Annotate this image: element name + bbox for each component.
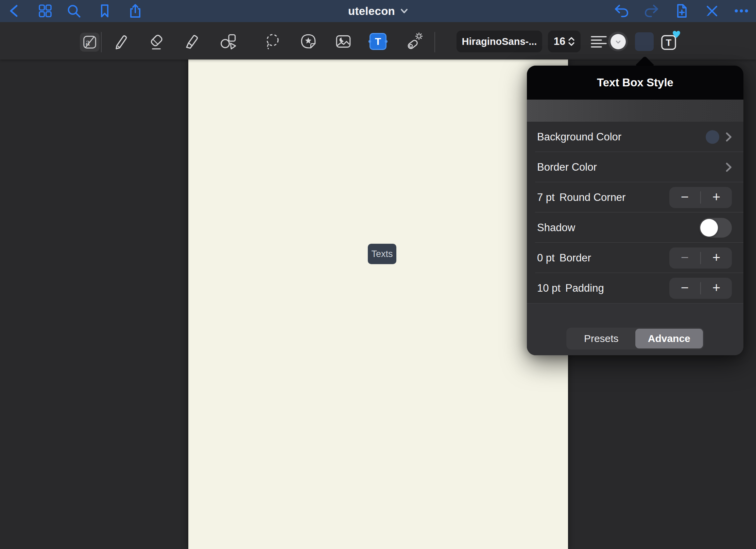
highlighter-tool[interactable] — [182, 32, 200, 51]
round-corner-stepper: − + — [669, 187, 732, 208]
toolbar-divider — [434, 32, 435, 52]
padding-value: 10 pt — [537, 282, 561, 294]
font-name-button[interactable]: HiraginoSans-... — [457, 31, 542, 52]
row-round-corner: 7 pt Round Corner − + — [527, 182, 743, 212]
round-corner-minus-button[interactable]: − — [669, 187, 700, 208]
add-page-button[interactable] — [674, 3, 689, 19]
text-box-style-button[interactable]: T — [660, 32, 680, 51]
round-corner-value: 7 pt — [537, 191, 555, 204]
border-width-plus-button[interactable]: + — [701, 247, 732, 269]
background-color-swatch[interactable] — [706, 130, 719, 144]
pen-icon — [112, 32, 130, 51]
highlighter-icon — [182, 32, 200, 51]
row-padding: 10 pt Padding − + — [527, 273, 743, 303]
presets-tab[interactable]: Presets — [567, 329, 635, 348]
redo-icon — [644, 3, 659, 19]
pen-cross-icon — [704, 3, 720, 19]
text-tool-glyph: T — [375, 36, 381, 47]
page-title: utelecon — [348, 5, 395, 18]
popup-header: Text Box Style — [527, 66, 743, 100]
page-mode-icon: a — [81, 34, 98, 51]
heart-badge-icon — [672, 30, 681, 38]
tool-bar: a — [0, 22, 756, 59]
more-icon — [734, 3, 749, 19]
row-label: Padding — [565, 282, 604, 294]
text-handle-left — [368, 40, 371, 43]
text-box-style-popup: Text Box Style Background Color Border C… — [527, 66, 743, 355]
shapes-tool[interactable] — [219, 32, 238, 51]
popup-footer: Presets Advance — [527, 303, 743, 355]
row-label: Border — [560, 252, 591, 264]
text-handle-right — [385, 40, 388, 43]
chevron-right-icon — [726, 132, 732, 142]
row-label: Shadow — [537, 222, 575, 234]
toggle-knob — [700, 219, 718, 237]
advance-tab[interactable]: Advance — [635, 329, 703, 348]
font-size-stepper[interactable]: 16 — [548, 31, 581, 52]
chevron-down-icon — [400, 8, 408, 14]
row-border-width: 0 pt Border − + — [527, 243, 743, 273]
row-label: Background Color — [537, 131, 621, 143]
lasso-tool[interactable] — [264, 32, 282, 51]
canvas-page[interactable]: Texts — [188, 59, 568, 549]
redo-button[interactable] — [644, 3, 659, 19]
app-screen: utelecon — [0, 0, 756, 549]
padding-plus-button[interactable]: + — [701, 278, 732, 299]
sticker-tool[interactable] — [299, 32, 317, 51]
undo-icon — [614, 3, 629, 19]
text-align-button[interactable] — [591, 35, 608, 48]
image-tool[interactable] — [334, 32, 353, 51]
border-width-value: 0 pt — [537, 252, 555, 264]
popup-title: Text Box Style — [597, 76, 673, 89]
row-label: Round Corner — [560, 191, 626, 204]
padding-minus-button[interactable]: − — [669, 278, 700, 299]
document-title-menu[interactable]: utelecon — [0, 0, 756, 22]
round-corner-plus-button[interactable]: + — [701, 187, 732, 208]
eraser-icon — [147, 32, 166, 51]
text-box-content: Texts — [371, 249, 393, 259]
text-color-swatch — [611, 34, 626, 49]
row-shadow: Shadow — [527, 212, 743, 243]
stop-editing-button[interactable] — [704, 3, 720, 19]
svg-text:T: T — [666, 38, 672, 48]
toolbar-divider — [101, 32, 102, 52]
add-page-icon — [674, 3, 689, 19]
shapes-icon — [219, 32, 238, 51]
image-icon — [334, 32, 353, 51]
font-name-label: HiraginoSans-... — [462, 36, 537, 47]
popup-rows: Background Color Border Color 7 pt — [527, 122, 743, 303]
style-preview-band — [527, 100, 743, 122]
align-left-icon — [591, 36, 608, 48]
padding-stepper: − + — [669, 278, 732, 299]
border-width-stepper: − + — [669, 247, 732, 269]
nav-bar: utelecon — [0, 0, 756, 22]
undo-button[interactable] — [614, 3, 629, 19]
pen-tool[interactable] — [112, 32, 130, 51]
text-box-color-swatch[interactable] — [635, 32, 654, 51]
text-tool[interactable]: T — [370, 33, 386, 50]
laser-tool[interactable] — [405, 32, 423, 51]
shadow-toggle[interactable] — [699, 218, 732, 238]
size-chevrons-icon — [568, 37, 575, 46]
font-size-value: 16 — [554, 35, 565, 48]
sticker-icon — [299, 32, 317, 51]
text-box-object[interactable]: Texts — [368, 244, 396, 264]
border-width-minus-button[interactable]: − — [669, 247, 700, 269]
more-button[interactable] — [734, 3, 749, 19]
row-background-color[interactable]: Background Color — [527, 122, 743, 152]
lasso-icon — [264, 32, 282, 51]
laser-icon — [405, 32, 423, 51]
page-mode-tool[interactable]: a — [80, 33, 100, 52]
chevron-right-icon — [726, 162, 732, 172]
row-border-color[interactable]: Border Color — [527, 152, 743, 182]
eraser-tool[interactable] — [147, 32, 166, 51]
text-color-button[interactable] — [608, 32, 628, 51]
style-mode-segmented: Presets Advance — [566, 328, 704, 349]
row-label: Border Color — [537, 161, 597, 173]
